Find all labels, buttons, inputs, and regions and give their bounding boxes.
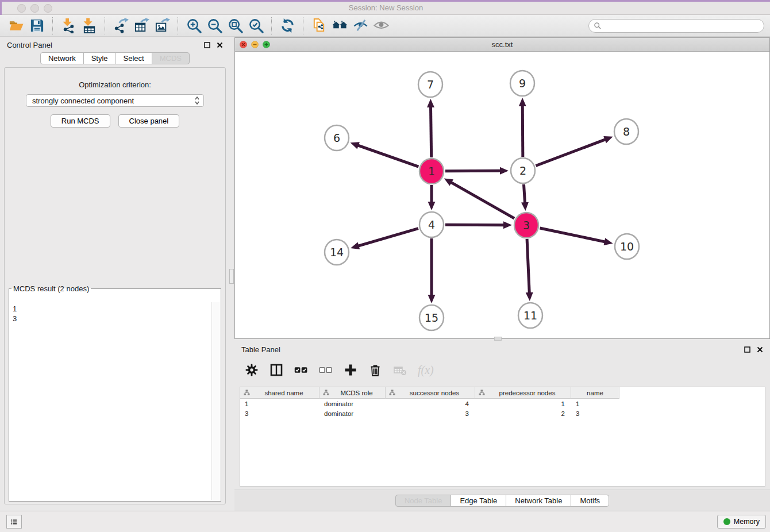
table-cell[interactable]: 2 — [475, 408, 571, 418]
column-header-name[interactable]: name — [571, 387, 619, 399]
column-header-shared-name[interactable]: shared name — [240, 387, 319, 399]
graph-edge-1-7[interactable] — [431, 106, 432, 157]
zoom-out-button[interactable] — [204, 17, 225, 35]
tab-style[interactable]: Style — [83, 52, 116, 64]
show-columns-button[interactable] — [270, 363, 283, 377]
add-row-button[interactable] — [344, 363, 357, 377]
search-box[interactable] — [588, 19, 764, 33]
graph-edge-2-8[interactable] — [536, 139, 606, 165]
search-input[interactable] — [602, 21, 759, 30]
delete-rows-button[interactable] — [368, 363, 382, 377]
splitter-grip-horizontal[interactable] — [494, 337, 502, 341]
import-network-button[interactable] — [58, 17, 79, 35]
memory-button[interactable]: Memory — [717, 515, 766, 529]
table-cell[interactable]: 4 — [386, 399, 475, 408]
network-graph[interactable]: 7968124314101511 — [235, 51, 769, 338]
graph-node-2[interactable]: 2 — [511, 158, 535, 183]
graph-node-3[interactable]: 3 — [514, 213, 538, 238]
zoom-fit-button[interactable] — [225, 17, 245, 35]
graph-node-15[interactable]: 15 — [419, 305, 444, 330]
mcds-result-list[interactable]: 1 3 — [11, 303, 211, 499]
table-cell[interactable]: 1 — [240, 399, 319, 408]
tab-network[interactable]: Network — [40, 52, 84, 64]
export-network-button[interactable] — [110, 17, 131, 35]
splitter-grip-vertical[interactable] — [229, 269, 234, 284]
table-cell[interactable]: 3 — [571, 408, 619, 418]
deselect-all-button[interactable] — [319, 363, 333, 377]
table-cell[interactable]: 3 — [386, 408, 475, 418]
close-panel-icon[interactable] — [217, 42, 223, 48]
graph-node-4[interactable]: 4 — [419, 212, 444, 237]
mcds-result-group: MCDS result (2 nodes) 1 3 — [9, 284, 221, 502]
zoom-selected-button[interactable] — [245, 17, 266, 35]
graph-edge-1-2[interactable] — [445, 171, 501, 171]
graph-node-7[interactable]: 7 — [418, 72, 442, 97]
graph-node-10[interactable]: 10 — [615, 234, 639, 259]
graph-edge-3-11[interactable] — [527, 239, 529, 294]
show-all-button[interactable] — [371, 17, 391, 35]
first-neighbors-button[interactable] — [329, 17, 350, 35]
tab-mcds[interactable]: MCDS — [152, 52, 190, 64]
graph-edge-4-3[interactable] — [445, 225, 505, 225]
graph-node-1[interactable]: 1 — [419, 159, 444, 184]
open-file-button[interactable] — [6, 17, 26, 35]
tab-motifs[interactable]: Motifs — [571, 495, 609, 507]
tab-node-table[interactable]: Node Table — [395, 495, 452, 507]
tab-select[interactable]: Select — [116, 52, 152, 64]
column-header-MCDS-role[interactable]: MCDS role — [319, 387, 386, 399]
column-header-successor-nodes[interactable]: successor nodes — [386, 387, 475, 399]
graph-node-9[interactable]: 9 — [510, 71, 534, 96]
graph-node-8[interactable]: 8 — [614, 119, 638, 144]
search-icon — [594, 22, 602, 30]
graph-edge-arrowhead — [428, 295, 436, 303]
column-label: shared name — [251, 390, 317, 396]
export-table-button[interactable] — [131, 17, 152, 35]
network-title: scc.txt — [235, 40, 769, 49]
graph-edge-3-1[interactable] — [451, 182, 514, 218]
graph-edge-arrowhead — [519, 98, 526, 106]
select-all-button[interactable] — [294, 363, 308, 377]
zoom-in-button[interactable] — [183, 17, 204, 35]
close-table-panel-icon[interactable] — [757, 346, 763, 353]
graph-node-label: 9 — [519, 77, 526, 90]
toolbar-separator — [271, 17, 272, 34]
float-table-panel-icon[interactable] — [744, 346, 750, 353]
export-image-button[interactable] — [152, 17, 172, 35]
tab-network-table[interactable]: Network Table — [506, 495, 571, 507]
graph-edge-2-9[interactable] — [522, 105, 523, 157]
run-mcds-button[interactable]: Run MCDS — [51, 114, 110, 128]
column-label: predecessor nodes — [486, 390, 568, 396]
import-table-button[interactable] — [79, 17, 99, 35]
table-cell[interactable]: 3 — [240, 408, 319, 418]
refresh-button[interactable] — [277, 17, 298, 35]
delete-table-button — [393, 363, 407, 377]
float-panel-icon[interactable] — [204, 42, 210, 48]
graph-node-11[interactable]: 11 — [518, 303, 542, 328]
hide-selected-button[interactable] — [350, 17, 371, 35]
graph-edge-4-14[interactable] — [357, 229, 418, 246]
criterion-dropdown[interactable]: strongly connected component — [26, 94, 204, 107]
result-scrollbar[interactable] — [211, 302, 220, 500]
network-window-titlebar[interactable]: scc.txt — [235, 38, 769, 52]
graph-edge-3-10[interactable] — [540, 228, 605, 242]
export-image-icon — [155, 18, 170, 33]
close-panel-button[interactable]: Close panel — [118, 114, 180, 128]
graph-edge-1-6[interactable] — [357, 145, 419, 167]
tab-edge-table[interactable]: Edge Table — [451, 495, 506, 507]
table-cell[interactable]: dominator — [319, 408, 386, 418]
panel-menu-button[interactable] — [6, 515, 22, 529]
table-row: 1dominator411 — [240, 399, 765, 408]
table-cell[interactable]: 1 — [475, 399, 571, 408]
graph-node-6[interactable]: 6 — [325, 125, 349, 151]
column-header-predecessor-nodes[interactable]: predecessor nodes — [475, 387, 571, 399]
clone-network-button[interactable] — [309, 17, 329, 35]
control-panel: Control Panel NetworkStyleSelectMCDS Opt… — [0, 37, 230, 511]
save-session-button[interactable] — [26, 17, 47, 35]
network-canvas[interactable]: 7968124314101511 — [235, 51, 769, 338]
graph-node-14[interactable]: 14 — [325, 240, 349, 265]
table-options-gear-button[interactable] — [245, 363, 259, 377]
table-cell[interactable]: 1 — [571, 399, 619, 408]
table-panel: Table Panel f(x) shared nameMCDS rolesuc… — [234, 342, 770, 511]
table-cell[interactable]: dominator — [319, 399, 386, 408]
graph-edge-2-3[interactable] — [524, 184, 525, 203]
